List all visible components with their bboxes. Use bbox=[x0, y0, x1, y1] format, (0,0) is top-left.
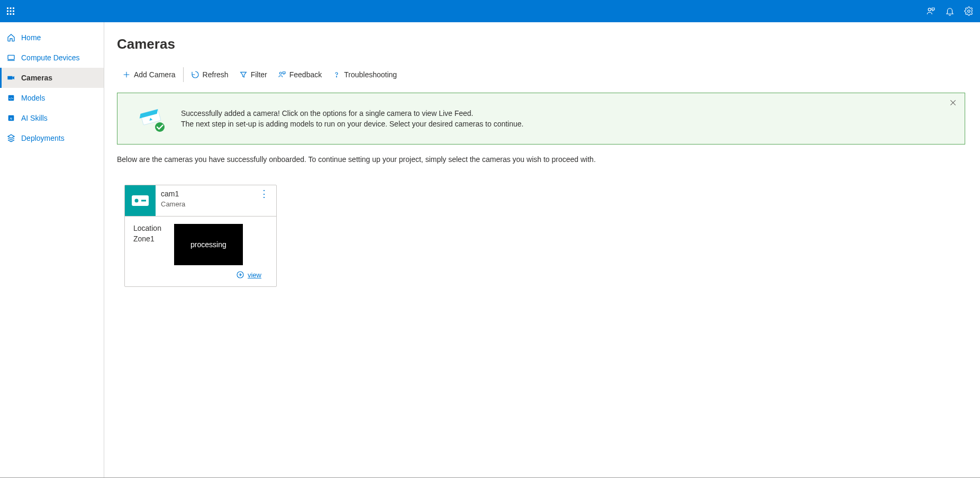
sidebar-item-label: AI Skills bbox=[21, 114, 48, 122]
svg-rect-24 bbox=[141, 200, 146, 202]
home-icon bbox=[6, 33, 16, 42]
svg-rect-3 bbox=[7, 11, 8, 12]
success-banner: Successfully added a camera! Click on th… bbox=[117, 93, 965, 145]
main-content: Cameras Add Camera Refresh Filter bbox=[104, 22, 980, 477]
svg-point-9 bbox=[928, 8, 931, 11]
svg-text:AI: AI bbox=[10, 117, 12, 120]
banner-line-2: The next step in set-up is adding models… bbox=[181, 119, 523, 129]
sidebar-item-label: Cameras bbox=[21, 74, 52, 82]
page-description: Below are the cameras you have successfu… bbox=[117, 155, 965, 164]
device-icon bbox=[6, 53, 16, 62]
feedback-person-icon[interactable] bbox=[926, 6, 936, 16]
camera-preview: processing bbox=[174, 224, 243, 265]
location-label: Location bbox=[133, 224, 161, 232]
feedback-icon bbox=[278, 70, 286, 79]
toolbar-label: Feedback bbox=[289, 70, 322, 79]
toolbar-label: Add Camera bbox=[134, 70, 176, 79]
camera-card: cam1 Camera ⋮ Location Zone1 processing … bbox=[124, 185, 277, 287]
view-link[interactable]: view bbox=[248, 271, 261, 279]
sidebar-item-label: Deployments bbox=[21, 134, 65, 142]
svg-rect-7 bbox=[10, 13, 12, 15]
camera-name: cam1 bbox=[161, 190, 254, 198]
sidebar-item-label: Compute Devices bbox=[21, 53, 80, 62]
camera-icon bbox=[6, 73, 16, 83]
banner-line-1: Successfully added a camera! Click on th… bbox=[181, 108, 523, 119]
svg-rect-5 bbox=[13, 11, 14, 12]
toolbar-label: Refresh bbox=[203, 70, 229, 79]
arrow-right-circle-icon bbox=[236, 270, 244, 279]
svg-point-23 bbox=[135, 199, 139, 203]
sidebar-item-ai-skills[interactable]: AI AI Skills bbox=[0, 108, 104, 128]
close-icon[interactable] bbox=[949, 98, 957, 107]
feedback-button[interactable]: Feedback bbox=[273, 67, 327, 82]
sidebar-item-label: Models bbox=[21, 94, 45, 102]
sidebar-item-deployments[interactable]: Deployments bbox=[0, 128, 104, 148]
svg-point-21 bbox=[155, 122, 165, 132]
preview-status: processing bbox=[190, 240, 226, 249]
more-options-icon[interactable]: ⋮ bbox=[259, 185, 276, 195]
svg-rect-6 bbox=[7, 13, 8, 15]
waffle-icon[interactable] bbox=[6, 7, 15, 15]
svg-point-17 bbox=[279, 72, 282, 74]
svg-rect-0 bbox=[7, 7, 8, 9]
svg-rect-1 bbox=[10, 7, 12, 9]
sidebar-item-models[interactable]: </> Models bbox=[0, 88, 104, 108]
svg-rect-12 bbox=[7, 76, 12, 80]
svg-point-18 bbox=[337, 76, 337, 77]
page-title: Cameras bbox=[117, 36, 965, 52]
bell-icon[interactable] bbox=[945, 6, 955, 16]
add-camera-button[interactable]: Add Camera bbox=[117, 67, 181, 82]
sidebar-item-cameras[interactable]: Cameras bbox=[0, 68, 104, 88]
card-footer: view bbox=[125, 268, 276, 286]
help-icon bbox=[332, 70, 341, 79]
card-body: Location Zone1 processing bbox=[125, 217, 276, 268]
top-bar bbox=[0, 0, 980, 22]
svg-point-10 bbox=[968, 10, 970, 13]
sidebar: Home Compute Devices Cameras </> Models … bbox=[0, 22, 104, 477]
camera-type: Camera bbox=[161, 200, 254, 208]
ai-icon: AI bbox=[6, 113, 16, 123]
svg-rect-22 bbox=[132, 195, 149, 206]
sidebar-item-compute-devices[interactable]: Compute Devices bbox=[0, 48, 104, 68]
plus-icon bbox=[122, 70, 131, 79]
deployment-icon bbox=[6, 133, 16, 143]
svg-rect-8 bbox=[13, 13, 14, 15]
filter-button[interactable]: Filter bbox=[234, 67, 273, 82]
toolbar-separator bbox=[183, 67, 184, 82]
card-header: cam1 Camera ⋮ bbox=[125, 185, 276, 217]
model-icon: </> bbox=[6, 93, 16, 103]
card-icon bbox=[125, 185, 156, 216]
banner-text: Successfully added a camera! Click on th… bbox=[181, 108, 523, 130]
svg-rect-4 bbox=[10, 11, 12, 12]
banner-graphic bbox=[137, 103, 168, 134]
svg-rect-11 bbox=[8, 55, 14, 59]
location-value: Zone1 bbox=[133, 235, 161, 243]
sidebar-item-label: Home bbox=[21, 33, 41, 42]
sidebar-item-home[interactable]: Home bbox=[0, 28, 104, 48]
gear-icon[interactable] bbox=[964, 6, 974, 16]
svg-rect-2 bbox=[13, 7, 14, 9]
troubleshooting-button[interactable]: Troubleshooting bbox=[327, 67, 402, 82]
toolbar-label: Troubleshooting bbox=[344, 70, 397, 79]
filter-icon bbox=[239, 70, 248, 79]
toolbar-label: Filter bbox=[251, 70, 267, 79]
refresh-icon bbox=[191, 70, 199, 79]
svg-text:</>: </> bbox=[9, 97, 14, 100]
toolbar: Add Camera Refresh Filter Feedback bbox=[117, 67, 965, 82]
refresh-button[interactable]: Refresh bbox=[186, 67, 234, 82]
